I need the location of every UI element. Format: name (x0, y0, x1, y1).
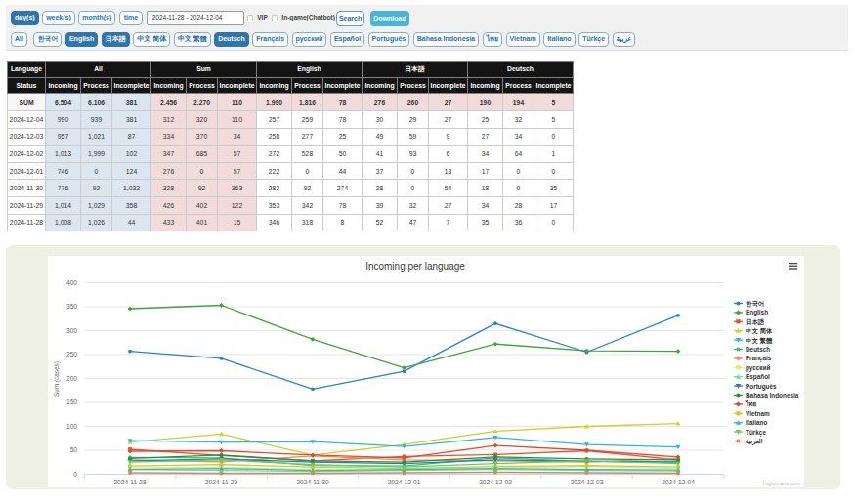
svg-text:2024-11-28: 2024-11-28 (113, 479, 147, 485)
svg-text:2024-12-03: 2024-12-03 (571, 479, 604, 485)
svg-text:300: 300 (66, 327, 77, 334)
svg-text:2024-11-30: 2024-11-30 (296, 479, 329, 485)
svg-text:Bahasa Indonesia: Bahasa Indonesia (746, 392, 799, 399)
svg-text:2024-12-04: 2024-12-04 (662, 479, 695, 485)
svg-text:2024-12-02: 2024-12-02 (479, 479, 512, 485)
svg-text:English: English (746, 309, 768, 316)
svg-text:日本語: 日本語 (746, 318, 765, 326)
svg-text:350: 350 (66, 303, 77, 310)
svg-text:0: 0 (73, 471, 77, 478)
svg-text:150: 150 (66, 399, 77, 405)
svg-text:한국어: 한국어 (746, 300, 764, 308)
svg-text:250: 250 (66, 351, 77, 357)
svg-text:Vietnam: Vietnam (746, 410, 770, 417)
svg-text:2024-11-29: 2024-11-29 (205, 479, 238, 485)
svg-text:400: 400 (66, 279, 77, 286)
svg-text:Français: Français (746, 355, 772, 362)
svg-text:Português: Português (746, 383, 777, 391)
svg-text:Sum (cases): Sum (cases) (53, 361, 61, 397)
svg-text:中文 简体: 中文 简体 (746, 327, 773, 335)
svg-text:Deutsch: Deutsch (746, 346, 770, 353)
svg-text:200: 200 (66, 375, 77, 382)
svg-text:ไทย: ไทย (745, 399, 756, 407)
svg-text:العربية: العربية (746, 438, 763, 445)
svg-text:50: 50 (70, 446, 78, 453)
svg-text:Italiano: Italiano (746, 419, 767, 426)
svg-text:русский: русский (746, 364, 770, 372)
svg-text:Incoming per language: Incoming per language (365, 261, 465, 272)
svg-text:2024-12-01: 2024-12-01 (388, 479, 421, 485)
svg-text:Türkçe: Türkçe (746, 429, 766, 437)
svg-text:中文 繁體: 中文 繁體 (746, 337, 773, 345)
svg-text:Highcharts.com: Highcharts.com (763, 481, 801, 486)
svg-text:100: 100 (66, 423, 77, 430)
svg-text:Español: Español (746, 373, 770, 381)
